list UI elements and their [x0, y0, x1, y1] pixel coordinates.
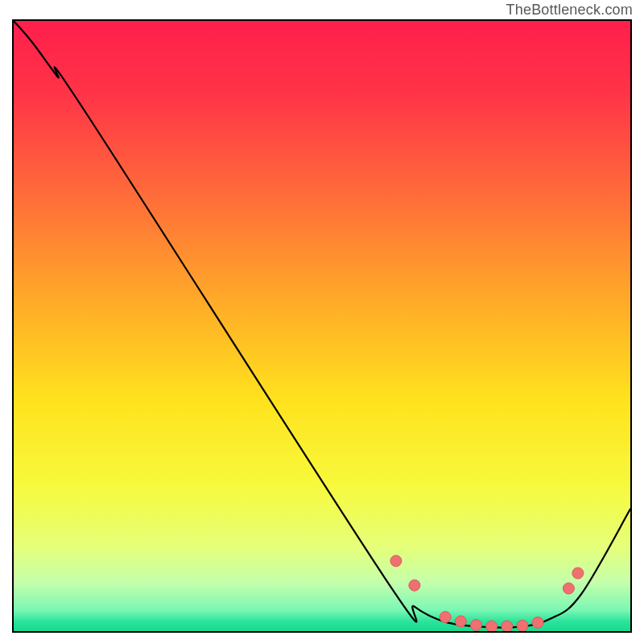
- chart-frame: TheBottleneck.com: [0, 0, 644, 644]
- attribution-label: TheBottleneck.com: [506, 2, 633, 19]
- background-gradient: [14, 21, 630, 631]
- plot-area: [12, 19, 632, 633]
